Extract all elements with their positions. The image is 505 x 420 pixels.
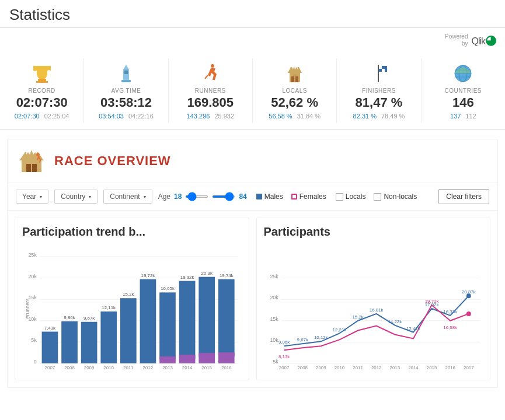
svg-text:12,11k: 12,11k: [102, 305, 116, 310]
monument-icon: [114, 62, 138, 85]
svg-text:9,67k: 9,67k: [83, 316, 95, 321]
trophy-icon: [30, 62, 54, 85]
svg-text:Year, Gender: Year, Gender: [121, 372, 155, 373]
stat-avgtime-label: AVG TIME: [112, 88, 141, 94]
locals-checkbox-box: [336, 193, 343, 201]
svg-rect-60: [179, 281, 196, 359]
stat-avgtime-value: 03:58:12: [100, 95, 152, 110]
svg-rect-11: [378, 65, 379, 82]
non-locals-checkbox[interactable]: Non-locals: [374, 192, 417, 201]
svg-text:20,3k: 20,3k: [201, 271, 213, 276]
svg-text:2013: 2013: [389, 365, 400, 370]
participants-chart: Participants 5k 10k 15k 20k 25k: [256, 218, 491, 380]
svg-text:15k: 15k: [28, 295, 37, 300]
line-chart-container: 5k 10k 15k 20k 25k: [264, 244, 483, 373]
svg-text:2011: 2011: [123, 365, 134, 370]
svg-text:12,21k: 12,21k: [332, 327, 346, 332]
svg-rect-69: [218, 352, 235, 363]
charts-row: Participation trend b... #runners 0 5k 1…: [8, 211, 497, 387]
svg-text:8,13k: 8,13k: [278, 354, 289, 359]
svg-text:20k: 20k: [28, 274, 37, 279]
svg-rect-23: [32, 164, 37, 172]
svg-text:2009: 2009: [84, 365, 95, 370]
svg-text:20k: 20k: [270, 295, 278, 300]
males-checkbox[interactable]: Males: [256, 192, 283, 201]
svg-point-24: [36, 153, 40, 156]
svg-rect-13: [379, 66, 382, 69]
svg-text:16,33k: 16,33k: [443, 309, 457, 314]
powered-by-text: Poweredby: [445, 33, 468, 47]
svg-rect-41: [61, 321, 78, 363]
svg-rect-47: [100, 312, 117, 363]
participation-trend-chart: Participation trend b... #runners 0 5k 1…: [15, 218, 249, 380]
year-filter[interactable]: Year ▾: [16, 190, 48, 204]
svg-text:19,72k: 19,72k: [141, 273, 155, 278]
stat-countries: COUNTRIES 146 137112: [422, 58, 505, 123]
stat-runners-sub: 143.29625.932: [187, 113, 234, 120]
svg-text:16,81k: 16,81k: [369, 307, 383, 313]
stat-finishers-sub: 82,31 %78,49 %: [353, 113, 405, 120]
clear-filters-button[interactable]: Clear filters: [438, 189, 489, 204]
svg-text:2011: 2011: [353, 365, 363, 370]
svg-text:10k: 10k: [270, 337, 278, 343]
age-max: 84: [239, 192, 246, 201]
females-color-indicator: [291, 194, 297, 200]
svg-rect-64: [198, 277, 215, 357]
svg-rect-9: [295, 76, 298, 82]
svg-rect-10: [293, 74, 297, 76]
svg-text:2010: 2010: [334, 365, 344, 370]
age-filter: Age 18 84: [158, 192, 247, 201]
svg-rect-3: [121, 80, 131, 82]
svg-rect-8: [291, 76, 294, 82]
stat-runners-value: 169.805: [187, 95, 234, 110]
age-min-slider[interactable]: [185, 195, 208, 198]
females-checkbox[interactable]: Females: [291, 192, 326, 201]
svg-rect-14: [382, 69, 385, 72]
svg-rect-53: [140, 279, 156, 363]
svg-text:2007: 2007: [45, 365, 55, 370]
svg-text:9,67k: 9,67k: [297, 337, 308, 342]
age-max-slider[interactable]: [212, 195, 235, 198]
svg-rect-44: [81, 322, 97, 363]
stat-finishers-label: FINISHERS: [362, 88, 396, 94]
svg-rect-50: [120, 298, 137, 363]
age-min: 18: [174, 192, 182, 201]
svg-text:9,06k: 9,06k: [278, 340, 289, 345]
country-filter[interactable]: Country ▾: [54, 190, 97, 204]
svg-text:2010: 2010: [103, 365, 114, 370]
males-color-indicator: [256, 194, 262, 200]
globe-icon: [451, 62, 475, 85]
stat-locals-value: 52,62 %: [271, 95, 318, 110]
race-overview-title: RACE OVERVIEW: [54, 153, 171, 169]
svg-rect-57: [159, 356, 176, 363]
svg-text:5k: 5k: [31, 337, 37, 343]
svg-text:19,32k: 19,32k: [180, 275, 194, 280]
stat-record-value: 02:07:30: [16, 95, 68, 110]
race-overview-section: RACE OVERVIEW Year ▾ Country ▾ Continent…: [7, 139, 498, 388]
powered-by-section: Poweredby Qlik◕: [0, 28, 505, 52]
svg-text:10k: 10k: [28, 316, 37, 322]
svg-text:25k: 25k: [270, 274, 278, 279]
continent-filter[interactable]: Continent ▾: [103, 190, 152, 204]
participants-chart-title: Participants: [264, 225, 483, 239]
local-filter-group: Locals Non-locals: [336, 192, 417, 201]
chevron-down-icon: ▾: [89, 194, 91, 200]
svg-text:2008: 2008: [297, 365, 308, 370]
svg-rect-61: [179, 355, 196, 363]
svg-text:19,74k: 19,74k: [220, 273, 234, 278]
svg-text:16,98k: 16,98k: [443, 325, 457, 330]
svg-text:2007: 2007: [278, 365, 289, 370]
svg-point-5: [211, 64, 214, 68]
locals-checkbox[interactable]: Locals: [336, 192, 366, 201]
svg-rect-15: [382, 66, 385, 69]
participation-chart-title: Participation trend b...: [22, 225, 242, 239]
stat-countries-label: COUNTRIES: [445, 88, 482, 94]
bar-chart-svg: #runners 0 5k 10k 15k 20k 25k: [22, 244, 242, 373]
stat-runners-label: RUNNERS: [195, 88, 226, 94]
stat-record-label: RECORD: [28, 88, 55, 94]
svg-text:2012: 2012: [143, 365, 154, 370]
svg-text:2008: 2008: [64, 365, 75, 370]
svg-rect-65: [198, 353, 215, 363]
line-chart-svg: 5k 10k 15k 20k 25k: [264, 244, 483, 373]
gender-filter-group: Males Females: [256, 192, 326, 201]
